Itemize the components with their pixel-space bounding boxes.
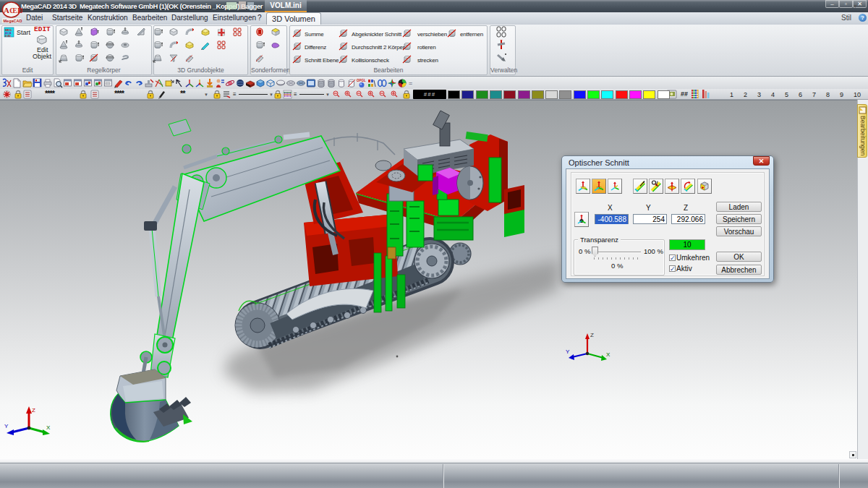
svg-text:8: 8	[826, 91, 830, 98]
svg-text:OPGL: OPGL	[357, 79, 366, 82]
svg-text:Differenz: Differenz	[305, 44, 326, 51]
svg-text:****: ****	[114, 89, 125, 98]
svg-text:**: **	[180, 89, 186, 98]
svg-text:****: ****	[45, 89, 56, 98]
svg-text:▼: ▼	[326, 93, 330, 97]
svg-text:≡: ≡	[294, 91, 297, 98]
svg-text:rotieren: rotieren	[417, 44, 436, 51]
svg-text:3: 3	[757, 91, 761, 98]
svg-text:##: ##	[681, 90, 688, 98]
svg-text:2: 2	[744, 91, 747, 98]
svg-text:Z: Z	[590, 332, 594, 338]
svg-text:MegaCAD: MegaCAD	[4, 19, 22, 23]
svg-text:Abgeknickter Schnitt: Abgeknickter Schnitt	[352, 31, 402, 38]
svg-text:Kollisionscheck: Kollisionscheck	[352, 57, 390, 64]
svg-text:7: 7	[812, 91, 816, 98]
svg-text:5: 5	[785, 91, 788, 98]
svg-text:entfernen: entfernen	[460, 31, 483, 38]
svg-text:=: =	[409, 80, 412, 87]
svg-text:X: X	[606, 351, 610, 358]
svg-text:Start: Start	[17, 29, 31, 36]
svg-text:≡: ≡	[233, 91, 237, 98]
svg-text:▼: ▼	[204, 93, 208, 97]
svg-text:Durchschnitt 2 Körper: Durchschnitt 2 Körper	[352, 44, 405, 51]
svg-text:10: 10	[854, 91, 861, 98]
svg-text:1: 1	[730, 91, 733, 98]
svg-text:▼: ▼	[269, 93, 273, 97]
svg-text:Z: Z	[32, 407, 35, 414]
svg-text:Schnitt Ebene: Schnitt Ebene	[305, 57, 339, 64]
svg-text:AŒD: AŒD	[4, 6, 22, 14]
svg-text:Objekt: Objekt	[33, 53, 52, 60]
svg-text:strecken: strecken	[417, 57, 438, 64]
svg-text:EDIT: EDIT	[34, 25, 51, 33]
svg-text:X: X	[46, 424, 51, 431]
svg-text:verschieben: verschieben	[417, 31, 447, 38]
svg-text:4: 4	[771, 91, 775, 98]
svg-text:D3D: D3D	[5, 34, 11, 38]
svg-text:Summe: Summe	[305, 31, 324, 38]
svg-text:Y: Y	[566, 348, 570, 355]
svg-text:Y: Y	[4, 423, 9, 429]
svg-text:6: 6	[799, 91, 802, 98]
svg-text:9: 9	[840, 91, 843, 98]
